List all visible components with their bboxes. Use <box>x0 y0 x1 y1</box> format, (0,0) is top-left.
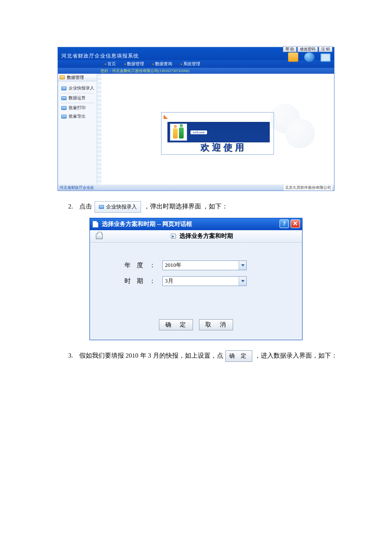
greeting-bar: 您好：河北金鹏化工股份有限公司(130102730741066) <box>58 68 334 74</box>
instruction-step-3: 3. 假如我们要填报 2010 年 3 月的快报，如上设置，点 确 定 ，进入数… <box>68 350 345 362</box>
welcome-text: 欢迎使用 <box>201 142 270 153</box>
menu-sys-manage[interactable]: 系统管理 <box>181 61 200 67</box>
chevron-down-icon[interactable] <box>239 261 246 270</box>
header-icons <box>288 52 331 62</box>
header-link-buttons: 帮 助 修改密码 注 销 <box>283 46 333 52</box>
app-main-window: 帮 助 修改密码 注 销 河北省财政厅企业信息填报系统 首页 数据管理 数据查询… <box>58 47 334 191</box>
ok-button[interactable]: 确 定 <box>159 319 193 330</box>
status-bar: 河北省财政厅企业处 北京久其软件股份有限公司 <box>58 185 334 191</box>
box-icon[interactable] <box>288 52 298 62</box>
sidebar-item-label: 批量导出 <box>69 113 86 119</box>
welcome-panel: welcome 欢迎使用 <box>161 112 274 155</box>
sidebar-item-batch-print[interactable]: 批量打印 <box>58 104 97 112</box>
instruction-step-2: 2. 点击 企业快报录入 ，弹出时期选择界面 ，如下： <box>68 200 345 213</box>
footer-left: 河北省财政厅企业处 <box>60 185 94 191</box>
year-label: 年度： <box>103 261 162 269</box>
app-title: 河北省财政厅企业信息填报系统 <box>61 52 139 60</box>
period-dialog: 选择业务方案和时期 -- 网页对话框 ? ✕ 选择业务方案和时期 年度： 201… <box>89 218 303 340</box>
folder-icon <box>61 87 66 90</box>
folder-icon <box>61 96 66 100</box>
period-value: 3月 <box>165 277 173 285</box>
inline-confirm-button: 确 定 <box>225 350 252 362</box>
arrow-icon <box>163 114 169 120</box>
folder-icon <box>61 115 66 119</box>
content-canvas: welcome 欢迎使用 <box>97 74 334 185</box>
sidebar-item-label: 数据运算 <box>69 95 86 101</box>
dialog-toolbar: 选择业务方案和时期 <box>90 230 302 243</box>
watermark-graphic <box>270 104 317 159</box>
chevron-down-icon[interactable] <box>239 277 246 286</box>
folder-icon <box>99 205 104 209</box>
sidebar-item-compute[interactable]: 数据运算 <box>58 94 97 102</box>
year-value: 2010年 <box>165 261 182 269</box>
dialog-help-button[interactable]: ? <box>280 220 289 228</box>
dialog-title-text: 选择业务方案和时期 -- 网页对话框 <box>102 220 192 228</box>
menu-home[interactable]: 首页 <box>105 61 116 67</box>
menu-data-query[interactable]: 数据查询 <box>153 61 172 67</box>
folder-icon <box>61 106 66 110</box>
period-label: 时期： <box>103 277 162 285</box>
menu-data-manage[interactable]: 数据管理 <box>124 61 144 67</box>
page-icon <box>92 221 98 228</box>
help-link[interactable]: 帮 助 <box>283 46 297 52</box>
sidebar-item-batch-export[interactable]: 批量导出 <box>58 112 97 121</box>
sidebar-header-label: 数据管理 <box>67 75 84 81</box>
year-combo[interactable]: 2010年 <box>162 260 247 270</box>
footer-right: 北京久其软件股份有限公司 <box>284 185 332 191</box>
print-icon[interactable] <box>96 234 103 239</box>
sidebar-header: 数据管理 <box>58 74 97 81</box>
logout-link[interactable]: 注 销 <box>319 46 332 52</box>
sidebar: 数据管理 企业快报录入 数据运算 批量打印 批量导出 <box>58 74 97 185</box>
sidebar-item-quickreport[interactable]: 企业快报录入 <box>58 84 97 92</box>
dialog-subtitle: 选择业务方案和时期 <box>179 232 233 240</box>
dialog-close-button[interactable]: ✕ <box>291 220 300 228</box>
globe-icon[interactable] <box>304 52 314 62</box>
sidebar-item-label: 批量打印 <box>69 105 86 111</box>
inline-quickreport-button: 企业快报录入 <box>95 201 141 213</box>
period-combo[interactable]: 3月 <box>162 276 247 286</box>
chevron-icon <box>171 234 176 239</box>
app-header: 帮 助 修改密码 注 销 河北省财政厅企业信息填报系统 <box>58 47 334 60</box>
dialog-body: 年度： 2010年 时期： 3月 确 定 取 消 <box>90 243 302 340</box>
folder-icon <box>60 75 65 79</box>
monitor-icon[interactable] <box>320 53 331 62</box>
change-password-link[interactable]: 修改密码 <box>297 46 318 52</box>
sidebar-item-label: 企业快报录入 <box>69 85 94 91</box>
dialog-titlebar: 选择业务方案和时期 -- 网页对话框 ? ✕ <box>90 218 302 230</box>
cancel-button[interactable]: 取 消 <box>199 319 233 330</box>
